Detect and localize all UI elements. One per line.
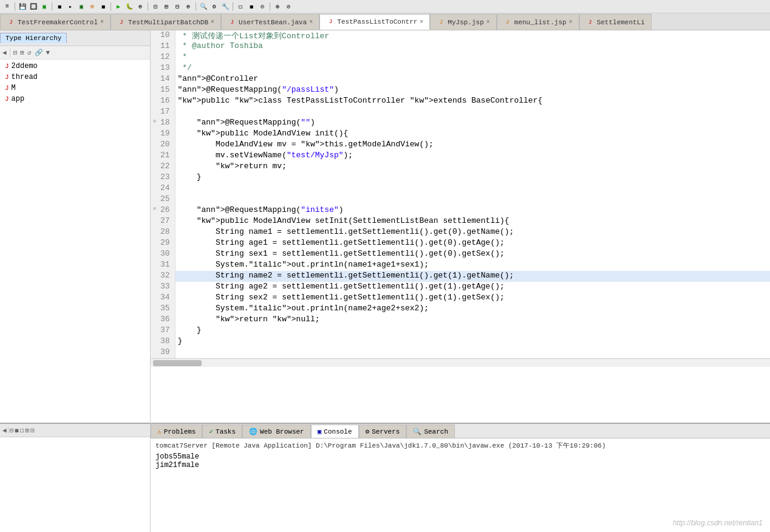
left-bottom-icon-1[interactable]: ◀: [2, 426, 7, 434]
line-content-12: *: [175, 52, 770, 63]
toolbar-icon-1[interactable]: ≡: [2, 2, 12, 12]
left-bottom-icon-5[interactable]: ⊞: [26, 426, 30, 434]
toolbar-icon-10[interactable]: ⊡: [151, 2, 160, 12]
tree-item-m[interactable]: J M: [2, 83, 148, 94]
left-link-icon[interactable]: 🔗: [33, 49, 44, 56]
toolbar-icon-8[interactable]: ◼: [98, 2, 108, 12]
type-hierarchy-tab[interactable]: Type Hierarchy: [0, 33, 67, 43]
tab-tasks[interactable]: ✓ Tasks: [202, 425, 242, 438]
left-bottom-icon-4[interactable]: ◻: [20, 426, 24, 434]
toolbar-icon-16[interactable]: ◻: [236, 2, 245, 12]
toolbar-separator-4: [148, 2, 148, 11]
left-bottom-icon-6[interactable]: ⊡: [30, 426, 35, 434]
tab-myjsp[interactable]: J MyJsp.jsp ×: [430, 14, 496, 30]
tab-problems[interactable]: ⚠ Problems: [151, 425, 202, 438]
toolbar-icon-14[interactable]: ⚙: [210, 2, 219, 12]
toolbar-icon-6[interactable]: ▣: [77, 2, 86, 12]
toolbar-icon-11[interactable]: ⊞: [162, 2, 171, 12]
tab-close-menulist[interactable]: ×: [569, 19, 573, 26]
code-line-10: 10 * 测试传递一个List对象到Controller: [151, 30, 770, 41]
tab-settlementli[interactable]: J SettlementLi: [579, 14, 652, 30]
tab-icon-servers: ⚙: [366, 428, 370, 435]
line-content-11: * @author Toshiba: [175, 41, 770, 52]
line-number-36: 36: [151, 315, 175, 326]
left-panel-tab-bar: Type Hierarchy: [0, 30, 150, 46]
scrollbar-thumb[interactable]: [153, 360, 202, 366]
toolbar-icon-5[interactable]: ▸: [66, 2, 75, 12]
left-back-icon[interactable]: ◀: [1, 49, 8, 56]
left-collapse-icon[interactable]: ⊟: [12, 49, 19, 56]
toolbar-icon-7[interactable]: ⊕: [87, 2, 97, 12]
code-line-39: 39: [151, 347, 770, 358]
fold-marker-26[interactable]: ⊕: [153, 205, 156, 212]
horizontal-scrollbar[interactable]: [151, 358, 770, 367]
editor-area[interactable]: 10 * 测试传递一个List对象到Controller11 * @author…: [151, 30, 770, 423]
line-content-22: "kw">return mv;: [175, 162, 770, 172]
toolbar-separator-3: [111, 2, 111, 11]
toolbar-icon-debug[interactable]: 🐛: [124, 2, 134, 12]
line-content-10: * 测试传递一个List对象到Controller: [175, 30, 770, 41]
line-content-39: [175, 347, 770, 358]
toolbar-icon-15[interactable]: 🔧: [220, 2, 230, 12]
code-line-38: 38}: [151, 336, 770, 347]
tree-item-app[interactable]: J app: [2, 94, 148, 104]
toolbar-icon-run[interactable]: ▶: [114, 2, 123, 12]
toolbar-icon-18[interactable]: ⊙: [257, 2, 267, 12]
tree-item-thread[interactable]: J thread: [2, 72, 148, 83]
line-content-36: "kw">return "kw">null;: [175, 315, 770, 326]
tab-freemaker[interactable]: J TestFreemakerControl ×: [0, 14, 111, 30]
tab-testpass[interactable]: J TestPassListToContrr ×: [319, 14, 430, 30]
line-number-28: 28: [151, 227, 175, 238]
fold-marker-18[interactable]: ⊕: [153, 118, 156, 124]
line-number-30: 30: [151, 249, 175, 260]
line-number-33: 33: [151, 282, 175, 293]
type-hierarchy-label: Type Hierarchy: [5, 35, 61, 42]
tab-close-myjsp[interactable]: ×: [486, 19, 490, 26]
left-refresh-icon[interactable]: ↺: [26, 49, 33, 56]
line-number-29: 29: [151, 238, 175, 249]
tab-label-usertest: UserTestBean.java: [239, 19, 307, 26]
bottom-section: ⚠ Problems ✓ Tasks 🌐 Web Browser ▣ Conso…: [151, 423, 770, 532]
toolbar-icon-13[interactable]: ⊕: [183, 2, 193, 12]
toolbar-icon-search[interactable]: 🔍: [199, 2, 208, 12]
toolbar-icon-9[interactable]: ⊕: [135, 2, 145, 12]
line-number-10: 10: [151, 30, 175, 41]
left-bottom-icon-3[interactable]: ◼: [15, 426, 19, 434]
toolbar-icon-save[interactable]: 💾: [18, 2, 27, 12]
tree-item-2ddemo[interactable]: J 2ddemo: [2, 61, 148, 72]
tab-webbrowser[interactable]: 🌐 Web Browser: [242, 425, 311, 438]
tab-label-multipart: TestMultipartBatchDB: [128, 19, 208, 26]
toolbar-icon-17[interactable]: ◼: [247, 2, 256, 12]
tab-servers[interactable]: ⚙ Servers: [359, 425, 407, 438]
line-number-34: 34: [151, 293, 175, 304]
toolbar-icon-4[interactable]: ◼: [55, 2, 64, 12]
tab-multipart[interactable]: J TestMultipartBatchDB ×: [111, 14, 221, 30]
tab-menulist[interactable]: J menu_list.jsp ×: [497, 14, 579, 30]
toolbar-icon-12[interactable]: ⊟: [172, 2, 182, 12]
tab-close-multipart[interactable]: ×: [211, 19, 214, 26]
line-content-16: "kw">public "kw">class TestPassListToCon…: [175, 96, 770, 107]
left-bottom-icon-2[interactable]: ⊟: [10, 426, 14, 434]
line-number-17: 17: [151, 107, 175, 118]
tab-console[interactable]: ▣ Console: [311, 425, 359, 438]
console-line-2: jim21fmale: [155, 461, 765, 469]
tab-label-settlementli: SettlementLi: [597, 19, 645, 26]
tab-label-console: Console: [324, 428, 352, 435]
tab-close-usertest[interactable]: ×: [309, 19, 313, 26]
line-content-23: }: [175, 172, 770, 183]
left-filter-icon[interactable]: ▼: [45, 49, 52, 56]
tab-icon-testpass: J: [326, 18, 335, 26]
line-content-27: "kw">public ModelAndView setInit(Settlem…: [175, 216, 770, 227]
toolbar-icon-19[interactable]: ⊗: [273, 2, 282, 12]
tab-search[interactable]: 🔍 Search: [406, 425, 455, 438]
line-number-25: 25: [151, 194, 175, 205]
line-content-26: "ann">@RequestMapping("initse"): [175, 205, 770, 216]
tab-close-testpass[interactable]: ×: [420, 19, 423, 26]
tab-close-freemaker[interactable]: ×: [100, 19, 104, 26]
toolbar-icon-3[interactable]: ▣: [39, 2, 49, 12]
toolbar-icon-2[interactable]: 🔲: [29, 2, 38, 12]
toolbar-icon-20[interactable]: ⊘: [284, 2, 293, 12]
tab-usertest[interactable]: J UserTestBean.java ×: [221, 14, 319, 30]
code-line-27: 27 "kw">public ModelAndView setInit(Sett…: [151, 216, 770, 227]
left-expand-icon[interactable]: ⊞: [19, 49, 26, 56]
